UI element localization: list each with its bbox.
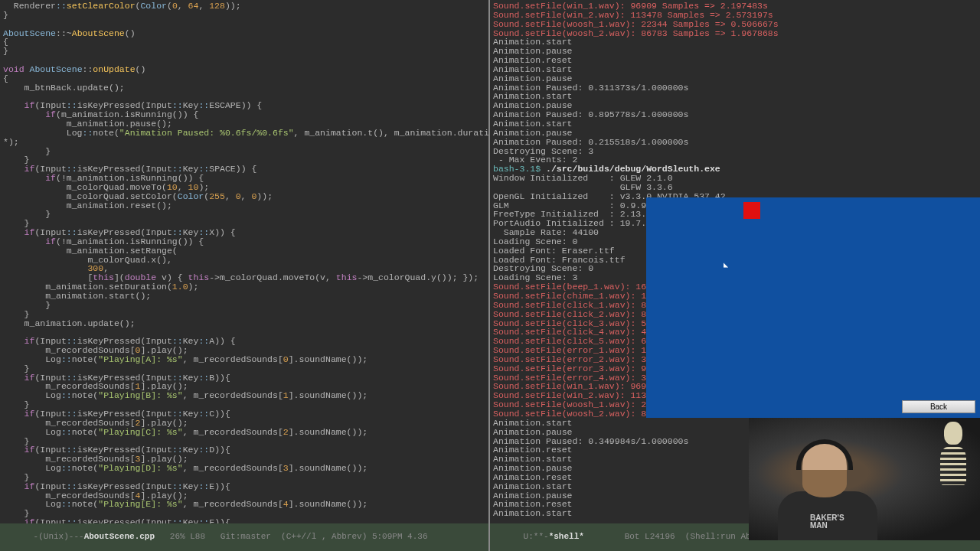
modeline-info: 26% L88 Git:master (C++//l , Abbrev) 5:0… — [155, 532, 427, 541]
modeline-buffer: *shell* — [549, 532, 584, 541]
modeline-prefix: U:**- — [524, 532, 549, 541]
skeleton-prop — [934, 422, 972, 498]
game-window[interactable]: Back — [646, 197, 980, 418]
modeline-info: Bot L24196 (Shell:run Abbrev) — [584, 532, 776, 541]
code-content[interactable]: Renderer::setClearColor(Color(0, 64, 128… — [0, 0, 488, 529]
color-quad-sprite — [743, 202, 760, 219]
webcam-overlay: BAKER'SMAN — [749, 418, 980, 540]
shirt-text-2: MAN — [810, 521, 828, 530]
modeline-filename: AboutScene.cpp — [84, 532, 155, 541]
modeline-prefix: -(Unix)--- — [34, 532, 84, 541]
mouse-cursor-icon: ◣ — [724, 262, 728, 269]
left-modeline: -(Unix)---AboutScene.cpp 26% L88 Git:mas… — [0, 523, 488, 551]
back-button[interactable]: Back — [902, 400, 975, 413]
streamer-person: BAKER'SMAN — [764, 433, 894, 540]
code-editor-pane[interactable]: Renderer::setClearColor(Color(0, 64, 128… — [0, 0, 488, 551]
